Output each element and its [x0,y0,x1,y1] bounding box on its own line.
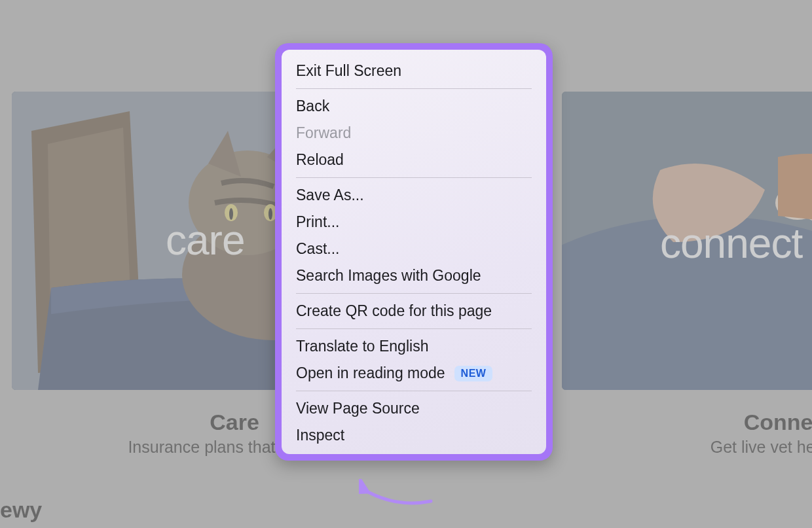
menu-item-reading-mode[interactable]: Open in reading mode NEW [282,360,546,387]
menu-item-translate[interactable]: Translate to English [282,333,546,360]
menu-item-create-qr[interactable]: Create QR code for this page [282,298,546,325]
promo-caption-connect: Connec Get live vet help in a [562,410,812,457]
menu-divider [296,177,532,178]
new-badge: NEW [454,366,493,381]
promo-card-connect[interactable]: connect [562,92,812,390]
menu-item-inspect[interactable]: Inspect [282,422,546,449]
menu-divider [296,88,532,89]
context-menu: Exit Full Screen Back Forward Reload Sav… [282,50,546,454]
menu-divider [296,293,532,294]
menu-item-cast[interactable]: Cast... [282,236,546,262]
menu-item-forward: Forward [282,120,546,147]
promo-title: Connec [562,410,812,435]
menu-item-exit-fullscreen[interactable]: Exit Full Screen [282,58,546,84]
context-menu-highlight-frame: Exit Full Screen Back Forward Reload Sav… [275,43,553,461]
menu-divider [296,391,532,391]
menu-item-reload[interactable]: Reload [282,147,546,173]
brand-text-fragment: ewy [0,497,42,523]
promo-card-overlay-text: care [166,216,245,264]
menu-item-print[interactable]: Print... [282,209,546,236]
menu-item-back[interactable]: Back [282,93,546,120]
menu-divider [296,328,532,329]
menu-item-search-images[interactable]: Search Images with Google [282,262,546,289]
menu-item-view-source[interactable]: View Page Source [282,395,546,422]
menu-item-label: Open in reading mode [296,364,445,382]
menu-item-save-as[interactable]: Save As... [282,182,546,209]
svg-point-6 [268,208,272,220]
annotation-arrow-icon [359,479,437,512]
promo-card-overlay-text: connect [660,219,802,268]
promo-subtitle: Get live vet help in a [562,438,812,457]
